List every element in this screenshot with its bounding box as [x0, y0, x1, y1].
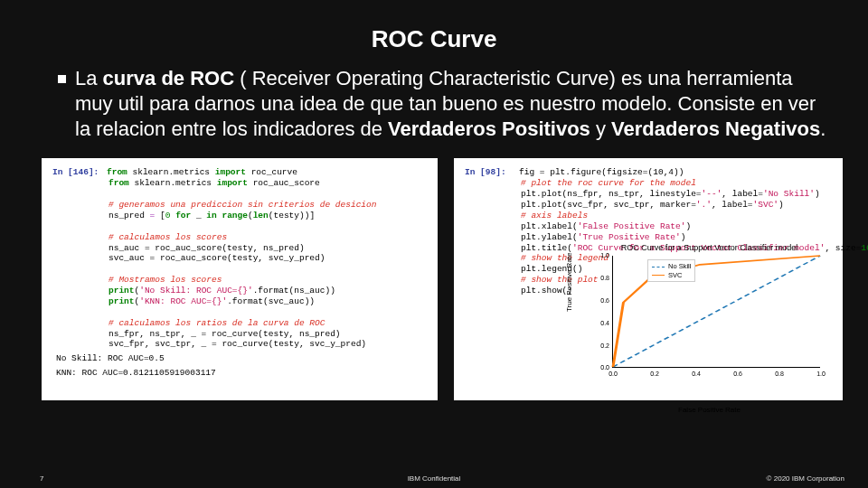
tok: _ — [191, 211, 206, 221]
footer: 7 IBM Confidential © 2020 IBM Corporatio… — [0, 474, 868, 483]
comment: # generamos una prediccion sin criterios… — [108, 200, 427, 211]
blank — [108, 307, 427, 318]
code-line: plt.ylabel('True Positive Rate') — [521, 232, 832, 243]
str: 'True Positive Rate' — [578, 232, 681, 242]
str: 'False Positive Rate' — [578, 221, 686, 231]
page-number: 7 — [40, 474, 43, 483]
tok: .format(ns_auc)) — [253, 286, 335, 296]
code-line: In [146]:from sklearn.metrics import roc… — [52, 167, 427, 178]
legend-line-icon — [652, 267, 665, 267]
code-line: svc_fpr, svc_tpr, _ = roc_curve(testy, s… — [108, 339, 427, 350]
tok: roc_auc_score — [248, 178, 320, 188]
code-line: svc_auc = roc_auc_score(testy, svc_y_pre… — [108, 253, 427, 264]
code-line: plt.plot(ns_fpr, ns_tpr, linestyle='--',… — [521, 189, 832, 200]
str: '.' — [696, 200, 712, 210]
tok: (testy))] — [269, 211, 315, 221]
tok: sklearn.metrics — [129, 178, 217, 188]
code-line: ns_pred = [0 for _ in range(len(testy))] — [108, 211, 427, 221]
cell-prompt: In [146]: — [52, 167, 107, 178]
chart-xlabel: False Positive Rate — [585, 406, 834, 415]
roc-chart: ROC Curve for a Support Vector Classifie… — [585, 256, 834, 389]
legend-label: No Skill — [668, 262, 691, 270]
kw: print — [108, 296, 135, 306]
legend-row: SVC — [652, 271, 691, 279]
cell-output: KNN: ROC AUC=0.8121105919003117 — [56, 368, 427, 379]
tok: ) — [685, 221, 691, 231]
slide: ROC Curve La curva de ROC ( Receiver Ope… — [0, 0, 868, 488]
str: 'No Skill: ROC AUC={}' — [139, 286, 252, 296]
str: 'KNN: ROC AUC={}' — [139, 296, 227, 306]
cell-prompt: In [98]: — [465, 167, 519, 178]
tok: ) — [681, 232, 686, 242]
code-line: print('No Skill: ROC AUC={}'.format(ns_a… — [108, 286, 427, 296]
legend-line-icon — [652, 275, 665, 276]
kw: import — [217, 178, 248, 188]
tok: ns_pred — [108, 211, 150, 221]
legend-label: SVC — [668, 271, 682, 279]
footer-confidential: IBM Confidential — [408, 474, 461, 483]
footer-copyright: © 2020 IBM Corporation — [767, 474, 844, 483]
t: La — [75, 67, 103, 89]
code-cell-left: In [146]:from sklearn.metrics import roc… — [42, 158, 438, 400]
chart-svg — [613, 256, 820, 367]
code-line: print('KNN: ROC AUC={}'.format(svc_auc)) — [108, 296, 427, 307]
tok: , label= — [722, 189, 763, 199]
tok: plt.title( — [521, 243, 572, 253]
str: 'SVC' — [753, 200, 779, 210]
code-line: from sklearn.metrics import roc_auc_scor… — [108, 178, 427, 189]
chart-ylabel: True Positive Rate — [565, 253, 574, 313]
tok: .format(svc_auc)) — [227, 296, 315, 306]
t-bold: Verdaderos Positivos — [388, 117, 590, 140]
tok: , label= — [712, 200, 753, 210]
tok: sklearn.metrics — [127, 167, 215, 177]
comment: # axis labels — [521, 211, 832, 221]
num: 16 — [861, 243, 868, 253]
blank — [108, 264, 427, 275]
kw: from — [108, 178, 129, 188]
legend-row: No Skill — [652, 262, 691, 270]
chart-title: ROC Curve for a Support Vector Classifie… — [585, 243, 834, 253]
kw: len — [253, 211, 269, 221]
t-bold: Verdaderos Negativos — [611, 117, 820, 140]
str: '--' — [702, 189, 722, 199]
tok: [ — [155, 211, 165, 221]
slide-title: ROC Curve — [0, 0, 868, 53]
tok: plt.ylabel( — [521, 232, 578, 242]
t: . — [820, 117, 826, 140]
tok: ) — [778, 200, 784, 210]
comment: # Mostramos los scores — [108, 275, 427, 286]
chart-axes: No Skill SVC 0.00.20.40.60.81.0 0.00.20.… — [612, 256, 820, 368]
bullet-text: La curva de ROC ( Receiver Operating Cha… — [75, 66, 832, 142]
series-no-skill — [613, 256, 820, 367]
tok: plt.plot(ns_fpr, ns_tpr, linestyle= — [521, 189, 702, 199]
kw: from — [107, 167, 127, 177]
comment: # plot the roc curve for the model — [521, 178, 832, 189]
comment: # calculamos los scores — [108, 232, 427, 243]
code-line: plt.plot(svc_fpr, svc_tpr, marker='.', l… — [521, 200, 832, 211]
tok: ) — [815, 189, 820, 199]
tok: roc_curve — [246, 167, 297, 177]
code-panels: In [146]:from sklearn.metrics import roc… — [0, 149, 868, 400]
code-line: ns_fpr, ns_tpr, _ = roc_curve(testy, ns_… — [108, 329, 427, 340]
code-cell-right: In [98]:fig = plt.figure(figsize=(10,4))… — [454, 158, 843, 400]
cell-output: No Skill: ROC AUC=0.5 — [56, 353, 427, 364]
t-bold: curva de ROC — [103, 67, 235, 89]
str: 'No Skill' — [763, 189, 815, 199]
t: y — [590, 117, 611, 140]
bullet-icon — [58, 75, 66, 83]
kw: in — [206, 211, 216, 221]
kw: range — [222, 211, 248, 221]
tok: fig = plt.figure(figsize=(10,4)) — [519, 167, 684, 177]
blank — [108, 189, 427, 200]
kw: print — [108, 286, 135, 296]
comment: # calculamos los ratios de la curva de R… — [108, 318, 427, 329]
kw: import — [215, 167, 246, 177]
tok: plt.xlabel( — [521, 221, 578, 231]
kw: for — [175, 211, 191, 221]
tok: plt.plot(svc_fpr, svc_tpr, marker= — [521, 200, 696, 210]
code-line: plt.xlabel('False Positive Rate') — [521, 221, 832, 232]
code-line: ns_auc = roc_auc_score(testy, ns_pred) — [108, 243, 427, 254]
blank — [108, 221, 427, 232]
bullet-item: La curva de ROC ( Receiver Operating Cha… — [0, 53, 868, 149]
chart-legend: No Skill SVC — [647, 259, 695, 282]
